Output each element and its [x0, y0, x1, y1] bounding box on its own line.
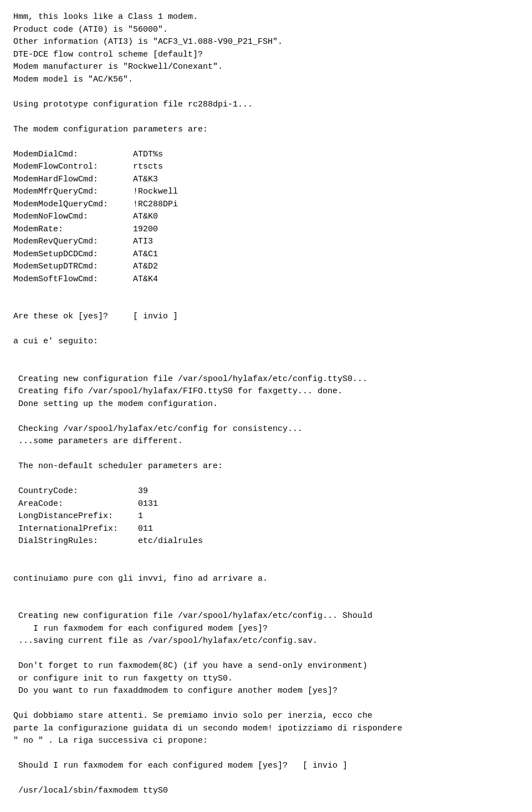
terminal-output: Hmm, this looks like a Class 1 modem. Pr…	[13, 11, 519, 798]
content-lines: Hmm, this looks like a Class 1 modem. Pr…	[13, 11, 519, 798]
